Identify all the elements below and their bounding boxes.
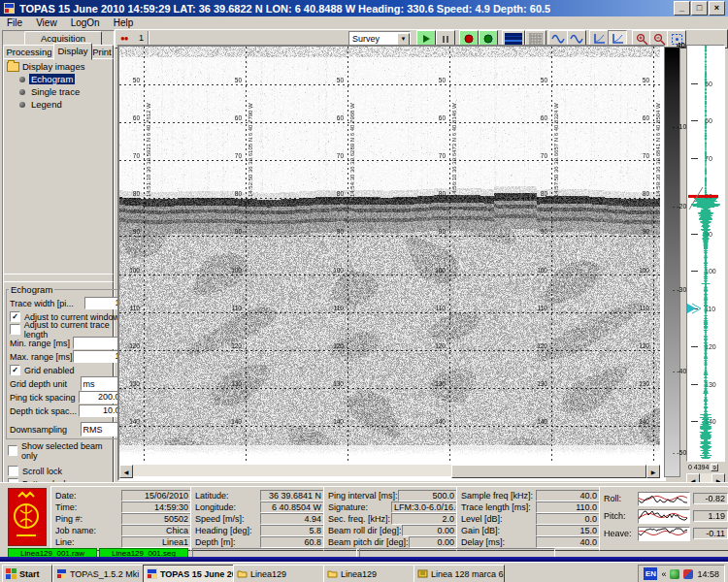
tray-status-icon-2[interactable] [683,569,693,579]
menu-help[interactable]: Help [107,17,141,28]
single-trace-panel: 0 4394 9 ◀ ▶ [685,43,726,485]
tree-item-echogram[interactable]: Echogram [4,73,113,85]
navigation-info-group: Latitude:36 39.6841 NLongitude:6 40.8504… [190,486,329,551]
checkbox-icon: ✓ [10,365,20,375]
ping-indicator-count: 1 [139,33,144,43]
status-row: Beam pitch dir [deg]:0.00 [328,536,457,548]
echogram-group-label: Echogram [9,284,54,295]
scroll-left-icon[interactable]: ◀ [119,465,133,478]
min-range-label: Min. range [ms] [10,339,73,348]
status-value: 15.0 [536,525,600,536]
amplitude-colorbar: 40 - -10- -20- -30- -40- -50 [664,47,680,477]
taskbar-task-1[interactable]: TOPAS_1.5.2 Mki [52,565,144,582]
status-value: 6 40.8504 W [260,501,324,513]
tree-item-single-trace[interactable]: Single trace [4,85,113,98]
scroll-lock-checkbox[interactable]: Scroll lock [8,466,109,476]
system-tray: EN « 14:58 [638,565,725,582]
status-value: 40.0 [536,490,600,501]
status-value: 5.8 [260,525,324,536]
window-title: TOPAS 15 June 2010 14:59:29 LAT: 36 39.6… [19,3,550,15]
taskbar-task-5[interactable]: Linea 128 marca 6599 er... [414,565,505,582]
status-row: Trace length [ms]:110.0 [461,501,600,513]
display-images-tree: Display images EchogramSingle traceLegen… [3,58,114,275]
scrollbar-thumb[interactable] [451,465,646,478]
maximize-button[interactable]: □ [691,1,708,16]
status-panel: Date:15/06/2010Time:14:59:30Ping #:50502… [0,482,728,558]
grid-enabled-checkbox[interactable]: ✓ Grid enabled [10,365,133,375]
status-value: Linea1 [121,536,191,548]
folder-icon [237,568,248,579]
status-value: 500.0 [398,490,457,501]
tray-clock: 14:58 [697,569,719,579]
status-value: LFM:3.0-6.0/16.0 [391,501,457,513]
acquisition-info-group: Date:15/06/2010Time:14:59:30Ping #:50502… [50,486,196,551]
echogram-display[interactable]: 506070809010011012013014014:51:10 36 39.… [119,47,660,464]
taskbar-task-4[interactable]: Linea129 [323,565,414,582]
wave-icon [551,33,565,45]
status-value: 110.0 [536,501,600,513]
menu-logon[interactable]: LogOn [64,17,107,28]
status-row: Job name:Chica [55,525,191,536]
status-value: 36 39.6841 N [260,490,324,501]
max-range-label: Max. range [ms] [10,352,73,362]
show-selected-beam-checkbox[interactable]: Show selected beam only [8,445,109,456]
motion-row-heave: Heave:-0.11 [604,525,728,542]
topas-icon [147,568,157,579]
status-row: Beam roll dir [deg]:0.00 [328,525,457,536]
minimize-icon: _ [679,4,684,13]
status-row: Signature:LFM:3.0-6.0/16.0 [328,501,457,513]
adjust-trace-length-checkbox[interactable]: Adjust to current trace length [10,324,133,335]
status-row: Sample freq [kHz]:40.0 [461,490,600,501]
bullet-icon [19,77,25,82]
topas-icon [56,568,67,579]
tab-display[interactable]: Display [53,43,92,60]
colorbar-top-label: 40 [677,41,685,49]
status-value: 0.00 [409,536,457,548]
status-row: Longitude:6 40.8504 W [195,501,324,513]
winzip-icon [417,568,428,579]
minimize-button[interactable]: _ [674,1,690,16]
menu-file[interactable]: File [0,17,29,28]
echogram-canvas[interactable] [119,47,660,464]
close-button[interactable]: × [709,1,725,16]
maximize-icon: □ [697,4,702,13]
status-value: Chica [121,525,191,536]
tray-status-icon-1[interactable] [670,569,679,579]
motion-waveform [638,527,690,541]
echogram-hscrollbar[interactable]: ◀ ▶ [119,465,660,476]
menu-view[interactable]: View [29,17,64,28]
ping-indicator-icon: ●● [120,34,128,43]
dot-green-icon [482,33,494,45]
plot-icon [611,33,624,45]
checkbox-icon [8,445,17,456]
start-button[interactable]: Start [2,565,52,582]
status-value: 4.94 [260,513,324,525]
status-value: 15/06/2010 [121,490,191,501]
status-value: 14:59:30 [121,501,191,513]
zoom-in-icon [636,33,648,46]
tray-chevron-icon[interactable]: « [661,569,666,579]
toolbar-separator [148,31,149,46]
transmit-info-group: Ping interval [ms]:500.0Signature:LFM:3.… [323,486,462,551]
motion-waveform [638,492,690,506]
dot-red-icon [463,33,475,45]
depth-tick-spacing-input[interactable]: 10.0 [79,404,123,417]
tree-item-legend[interactable]: Legend [4,98,113,111]
taskbar-task-2[interactable]: TOPAS 15 June 201... [143,565,234,582]
ping-tick-spacing-input[interactable]: 200.0 [79,391,123,404]
status-value: 2.0 [391,513,457,525]
status-row: Ping interval [ms]:500.0 [328,490,457,501]
status-row: Gain [dB]:15.0 [461,525,600,536]
plot-icon [592,33,606,45]
play-icon [420,33,432,45]
checker-icon [529,33,543,45]
taskbar-task-3[interactable]: Linea129 [233,565,324,582]
bitmap-icon [505,33,522,45]
scroll-right-icon[interactable]: ▶ [646,465,660,478]
motion-sensor-group: Roll:-0.82Pitch:1.19Heave:-0.11 [599,486,728,551]
status-row: Latitude:36 39.6841 N [195,490,324,501]
language-indicator-icon[interactable]: EN [644,567,657,580]
folder-icon [7,62,19,72]
status-value: 0.00 [402,525,457,536]
tree-root-display-images[interactable]: Display images [4,59,113,73]
